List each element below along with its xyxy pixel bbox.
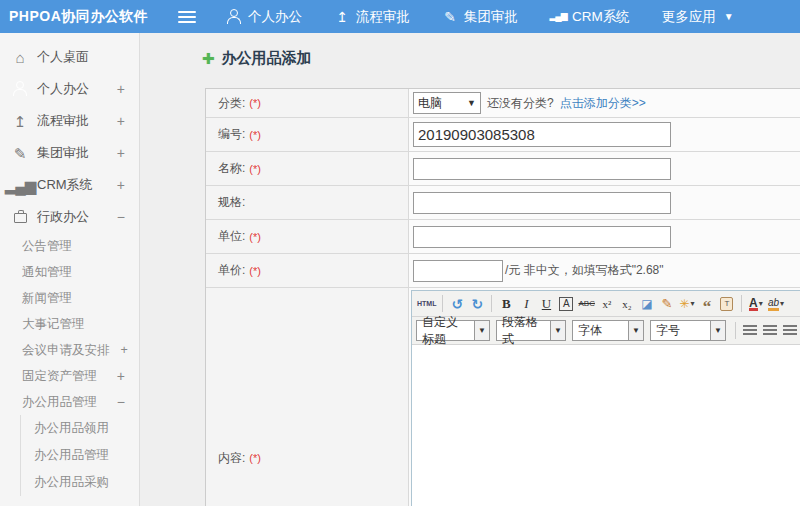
color-format-dropdown[interactable]: ✳ ▾ xyxy=(678,294,696,313)
required-mark: (*) xyxy=(249,129,261,141)
sidebar-item-supplies-manage[interactable]: 办公用品管理 xyxy=(21,442,139,469)
undo-button[interactable]: ↺ xyxy=(448,294,466,313)
sidebar-item-meeting-request[interactable]: 会议申请及安排+ xyxy=(0,337,139,363)
paste-as-text-button[interactable]: T xyxy=(720,297,733,311)
required-mark: (*) xyxy=(249,163,261,175)
select-caret-icon: ▼ xyxy=(710,321,725,340)
expand-icon[interactable]: + xyxy=(117,177,125,193)
sidebar-item-news-mgmt[interactable]: 新闻管理 xyxy=(0,285,139,311)
nav-label: 集团审批 xyxy=(464,8,518,26)
price-input[interactable] xyxy=(413,260,503,282)
nav-process-approval[interactable]: ↥ 流程审批 xyxy=(334,8,410,26)
bar-chart-icon: ▂▄▆ xyxy=(550,9,566,25)
redo-button[interactable]: ↻ xyxy=(468,294,486,313)
subscript-button[interactable]: x₂ xyxy=(618,294,636,313)
top-nav: 个人办公 ↥ 流程审批 ✎ 集团审批 ▂▄▆ CRM系统 更多应用 ▼ xyxy=(226,8,734,26)
collapse-icon[interactable]: − xyxy=(117,209,125,225)
sidebar-item-supplies-purchase[interactable]: 办公用品采购 xyxy=(21,469,139,496)
expand-icon[interactable]: + xyxy=(117,368,125,384)
toolbar-separator xyxy=(735,322,736,339)
form-row-spec: 规格: xyxy=(206,186,800,220)
format-brush-button[interactable]: ✎ xyxy=(658,294,676,313)
sidebar-item-events-mgmt[interactable]: 大事记管理 xyxy=(0,311,139,337)
sidebar-item-announcement-mgmt[interactable]: 公告管理 xyxy=(0,233,139,259)
nav-group-approval[interactable]: ✎ 集团审批 xyxy=(442,8,518,26)
font-family-select[interactable]: 字体 ▼ xyxy=(572,320,644,341)
blockquote-button[interactable]: “ xyxy=(698,294,716,313)
sparkle-icon: ✳ xyxy=(679,297,689,311)
nav-more-apps[interactable]: 更多应用 ▼ xyxy=(662,8,734,26)
expand-icon[interactable]: + xyxy=(117,145,125,161)
person-icon xyxy=(226,9,242,25)
nav-crm-system[interactable]: ▂▄▆ CRM系统 xyxy=(550,8,630,26)
paragraph-format-select[interactable]: 段落格式 ▼ xyxy=(496,320,566,341)
add-plus-icon: ✚ xyxy=(202,50,215,68)
highlight-color-dropdown[interactable]: ab ▾ xyxy=(767,294,785,313)
caret-down-icon: ▾ xyxy=(759,299,763,308)
price-format-hint: /元 非中文，如填写格式"2.68" xyxy=(505,262,664,279)
collapse-icon[interactable]: − xyxy=(117,394,125,410)
sidebar-submenu-level3: 办公用品领用 办公用品管理 办公用品采购 xyxy=(20,415,139,496)
required-mark: (*) xyxy=(249,231,261,243)
spec-input[interactable] xyxy=(413,192,671,214)
form-row-content: 内容: (*) HTML ↺ ↻ B I U A ABC xyxy=(206,288,800,506)
nav-personal-office[interactable]: 个人办公 xyxy=(226,8,302,26)
sidebar-item-admin-office[interactable]: 行政办公 − xyxy=(0,201,139,233)
sidebar-item-process-approval[interactable]: ↥ 流程审批 + xyxy=(0,105,139,137)
edit-icon: ✎ xyxy=(12,145,28,161)
field-label: 规格: xyxy=(218,194,245,211)
upload-icon: ↥ xyxy=(334,9,350,25)
chevron-down-icon: ▼ xyxy=(724,11,734,22)
align-center-button[interactable] xyxy=(761,321,779,340)
strikethrough-button[interactable]: ABC xyxy=(577,294,595,313)
form-row-unit: 单位: (*) xyxy=(206,220,800,254)
align-right-button[interactable] xyxy=(781,321,799,340)
sidebar-item-notice-mgmt[interactable]: 通知管理 xyxy=(0,259,139,285)
custom-heading-select[interactable]: 自定义标题 ▼ xyxy=(416,320,490,341)
sidebar-item-supplies-claim[interactable]: 办公用品领用 xyxy=(21,415,139,442)
editor-content-area[interactable] xyxy=(412,345,800,506)
html-source-button[interactable]: HTML xyxy=(416,294,437,313)
hamburger-menu-icon[interactable] xyxy=(176,10,198,24)
nav-label: 流程审批 xyxy=(356,8,410,26)
select-caret-icon: ▼ xyxy=(550,321,565,340)
sidebar-item-office-supplies-mgmt[interactable]: 办公用品管理 − xyxy=(0,389,139,415)
nav-label: 个人办公 xyxy=(248,8,302,26)
align-center-icon xyxy=(763,325,777,336)
required-mark: (*) xyxy=(249,265,261,277)
sidebar-item-crm-system[interactable]: ▂▄▆ CRM系统 + xyxy=(0,169,139,201)
sidebar-item-personal-desktop[interactable]: ⌂ 个人桌面 xyxy=(0,41,139,73)
expand-icon[interactable]: + xyxy=(117,81,125,97)
form-row-number: 编号: (*) xyxy=(206,118,800,152)
home-icon: ⌂ xyxy=(12,49,28,65)
select-caret-icon: ▼ xyxy=(467,98,476,108)
align-right-icon xyxy=(783,325,797,336)
sidebar-item-group-approval[interactable]: ✎ 集团审批 + xyxy=(0,137,139,169)
top-header: PHPOA协同办公软件 个人办公 ↥ 流程审批 ✎ 集团审批 ▂▄▆ CRM系统… xyxy=(0,0,800,33)
superscript-button[interactable]: x² xyxy=(598,294,616,313)
name-input[interactable] xyxy=(413,158,671,180)
italic-button[interactable]: I xyxy=(517,294,535,313)
font-size-select[interactable]: 字号 ▼ xyxy=(650,320,726,341)
unit-input[interactable] xyxy=(413,226,671,248)
bar-chart-icon: ▂▄▆ xyxy=(12,177,28,193)
add-category-link[interactable]: 点击添加分类>> xyxy=(560,95,646,112)
sidebar-item-fixed-assets[interactable]: 固定资产管理 + xyxy=(0,363,139,389)
bold-button[interactable]: B xyxy=(497,294,515,313)
expand-icon[interactable]: + xyxy=(121,343,128,357)
underline-button[interactable]: U xyxy=(537,294,555,313)
align-left-button[interactable] xyxy=(741,321,759,340)
edit-icon: ✎ xyxy=(442,9,458,25)
expand-icon[interactable]: + xyxy=(117,113,125,129)
field-label: 单位: xyxy=(218,228,245,245)
number-input[interactable] xyxy=(413,122,671,147)
field-label: 编号: xyxy=(218,126,245,143)
category-select[interactable]: 电脑 ▼ xyxy=(413,92,481,114)
eraser-button[interactable]: ◪ xyxy=(638,294,656,313)
font-color-dropdown[interactable]: A ▾ xyxy=(747,294,765,313)
upload-icon: ↥ xyxy=(12,113,28,129)
font-color-icon: A xyxy=(749,297,758,311)
sidebar-item-personal-office[interactable]: 个人办公 + xyxy=(0,73,139,105)
boxed-a-button[interactable]: A xyxy=(559,297,573,311)
page: PHPOA协同办公软件 个人办公 ↥ 流程审批 ✎ 集团审批 ▂▄▆ CRM系统… xyxy=(0,0,800,506)
